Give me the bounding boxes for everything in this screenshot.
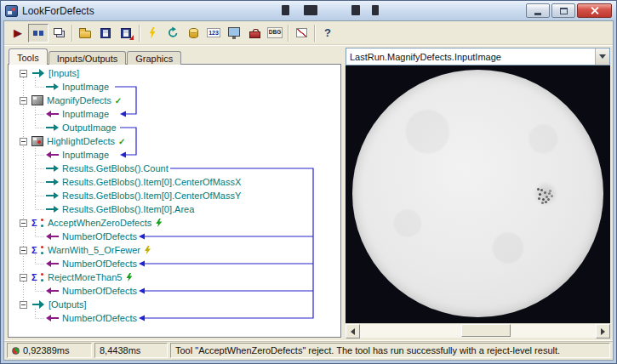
image-source-combobox[interactable]: LastRun.MagnifyDefects.InputImage [346,48,610,65]
collapse-icon[interactable] [20,138,27,145]
collapse-icon[interactable] [20,219,27,227]
collapse-icon[interactable] [20,301,27,309]
minimize-button[interactable] [526,3,550,18]
collapse-icon[interactable] [20,274,27,282]
combobox-dropdown-button[interactable] [595,48,609,65]
profile-button[interactable] [291,24,311,43]
tree-node-magnifydefects[interactable]: MagnifyDefects ✓ [9,94,340,107]
input-arrow-icon [46,287,59,295]
terminal-label: InputImage [62,82,109,92]
tree-node-inputs[interactable]: [Inputs] [9,66,340,80]
combobox-value: LastRun.MagnifyDefects.InputImage [346,48,595,65]
status-badge [156,219,162,227]
numeric-123-icon: 123 [207,28,220,37]
image-display[interactable] [346,65,610,323]
terminal-label: InputImage [62,109,109,119]
toolbar-separator [314,25,315,42]
tree-terminal[interactable]: InputImage [9,107,340,121]
window-frame: ▶ 123 DBG ? [3,20,614,361]
tool-tree-panel[interactable]: [Inputs] InputImage MagnifyDefects ✓ [8,64,341,338]
maximize-icon [560,8,568,14]
maximize-button[interactable] [551,3,575,18]
tree-node-warnwith5orfewer[interactable]: Σ WarnWith_5_OrFewer [9,243,340,257]
tree-terminal[interactable]: OutputImage [9,121,340,134]
tree-terminal[interactable]: NumberOfDefects [9,311,340,325]
scroll-left-icon [351,328,355,335]
tree-node-acceptwhenzerodefects[interactable]: Σ AcceptWhenZeroDefects [9,216,340,230]
collapse-icon[interactable] [20,247,27,254]
main-area: Tools Inputs/Outputs Graphics [4,45,613,340]
tree-terminal[interactable]: InputImage [9,148,340,162]
help-button[interactable]: ? [317,24,338,43]
tree-terminal[interactable]: Results.GetBlobs().Item[0].CenterOfMassX [9,175,340,189]
results-analysis-icon: Σ [31,218,44,228]
collapse-icon[interactable] [20,97,27,105]
window-title: LookForDefects [22,5,526,17]
status-message: Tool "AcceptWhenZeroDefects" reject. The… [170,343,610,358]
terminal-label: NumberOfDefects [62,231,137,242]
close-icon [591,7,598,14]
output-arrow-icon [46,206,59,213]
run-continuous-button[interactable] [28,24,49,43]
debug-button[interactable]: DBG [265,24,285,43]
screen-artifact [351,5,360,15]
tool-options-button[interactable] [244,24,265,43]
tree-node-rejectmorethan5[interactable]: Σ RejectMoreThan5 [9,270,340,284]
save-icon [100,28,111,38]
run-icon: ▶ [14,27,22,38]
posted-values-button[interactable]: 123 [203,24,224,43]
input-arrow-icon [46,111,59,118]
image-hscrollbar[interactable] [346,323,610,338]
tab-tools[interactable]: Tools [9,48,48,65]
collapse-icon[interactable] [20,70,27,77]
run-job-button[interactable]: ▶ [8,24,28,43]
refresh-button[interactable] [163,24,183,43]
tab-graphics[interactable]: Graphics [127,51,181,65]
tree-node-highlightdefects[interactable]: HighlightDefects ✓ [9,134,340,148]
reset-button[interactable] [142,24,163,43]
scrollbar-thumb[interactable] [461,324,511,337]
minimize-icon [534,13,541,15]
status-badge [145,246,151,254]
scrollbar-track[interactable] [360,324,596,338]
scroll-left-button[interactable] [346,324,360,338]
image-tool-icon [31,136,43,146]
save-job-button[interactable] [95,24,116,43]
title-bar[interactable]: LookForDefects [1,1,616,20]
tab-inputs-outputs[interactable]: Inputs/Outputs [49,51,127,65]
inspected-part-image [352,70,603,317]
help-icon: ? [324,27,331,38]
status-badge: ✓ [118,137,125,146]
output-arrow-icon [46,179,59,186]
database-button[interactable] [183,24,203,43]
tree-terminal[interactable]: NumberOfDefects [9,257,340,270]
tree-terminal[interactable]: NumberOfDefects [9,230,340,243]
windows-icon [54,28,62,35]
tree-terminal[interactable]: Results.GetBlobs().Item[0].CenterOfMassY [9,189,340,202]
open-job-button[interactable] [75,24,95,43]
terminal-label: Results.GetBlobs().Item[0].CenterOfMassY [62,191,241,201]
tree-terminal[interactable]: Results.GetBlobs().Count [9,162,340,175]
screen-artifact [282,5,289,15]
tree-terminal[interactable]: NumberOfDefects [9,284,340,298]
toolbar-separator [288,25,289,42]
continuous-run-icon [33,31,37,36]
status-badge [126,273,132,282]
close-button[interactable] [577,3,612,18]
tree-node-label: HighlightDefects [47,136,115,146]
tab-strip: Tools Inputs/Outputs Graphics [8,48,341,64]
tree-terminal[interactable]: InputImage [9,80,340,94]
window-controls [526,3,612,18]
terminal-label: InputImage [62,150,109,160]
image-display-button[interactable] [224,24,244,43]
application-window: LookForDefects ▶ [0,0,617,364]
toolbox-icon [249,31,260,38]
tree-node-outputs[interactable]: [Outputs] [9,298,340,311]
tree-terminal[interactable]: Results.GetBlobs().Item[0].Area [9,202,340,216]
show-windows-button[interactable] [49,24,69,43]
timing-value-1: 0,92389ms [23,345,69,355]
save-image-button[interactable] [116,24,136,43]
scroll-right-button[interactable] [596,324,610,338]
image-tool-icon [31,95,43,105]
toolbar-separator [71,25,72,42]
